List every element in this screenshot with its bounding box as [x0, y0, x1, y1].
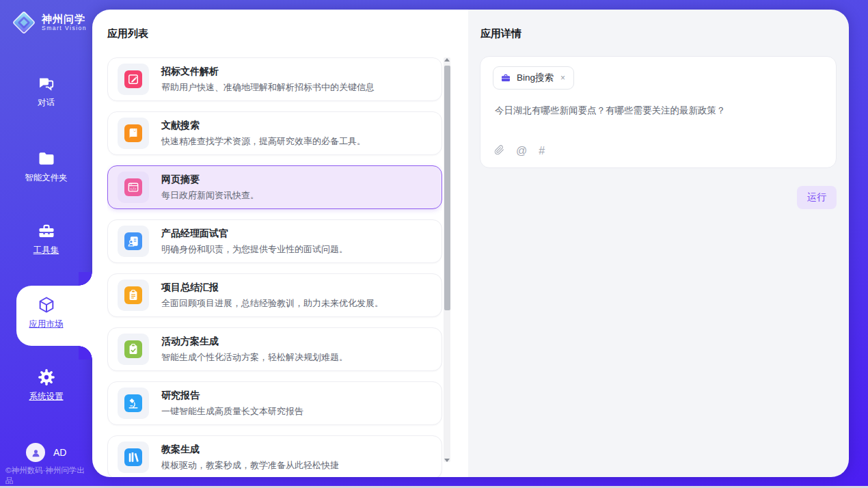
- app-name: 项目总结汇报: [161, 282, 383, 294]
- app-name: 网页摘要: [161, 174, 259, 186]
- clipboard-check-icon: [124, 340, 142, 358]
- brand-name: 神州问学: [42, 14, 87, 25]
- app-card-pm-interviewer[interactable]: 产品经理面试官 明确身份和职责，为您提供专业性的面试问题。: [107, 219, 442, 263]
- microscope-icon: [124, 394, 142, 412]
- app-name: 招标文件解析: [161, 66, 375, 78]
- sidebar-item-label: 工具集: [33, 245, 59, 256]
- run-button[interactable]: 运行: [797, 186, 837, 209]
- app-window: 神州问学 Smart Vision 对话 智能文件夹 工具集: [0, 0, 868, 488]
- app-name: 文献搜索: [161, 120, 366, 132]
- svg-text:</>: </>: [130, 187, 136, 191]
- app-list-panel: 应用列表 招标文件解析 帮助用户快速: [92, 10, 468, 477]
- app-desc: 明确身份和职责，为您提供专业性的面试问题。: [161, 243, 348, 256]
- app-icon-tile: [118, 442, 149, 473]
- avatar: [26, 443, 45, 462]
- app-card-list: 招标文件解析 帮助用户快速、准确地理解和解析招标书中的关键信息: [107, 57, 442, 477]
- books-icon: [124, 448, 142, 466]
- content-area: 应用列表 招标文件解析 帮助用户快速: [92, 10, 849, 477]
- app-card-web-summary[interactable]: </> 网页摘要 每日政府新闻资讯快查。: [107, 165, 442, 209]
- attachment-paperclip-icon[interactable]: [494, 144, 504, 158]
- sidebar-item-settings[interactable]: 系统设置: [0, 368, 92, 403]
- app-list-scrollbar[interactable]: [444, 57, 450, 462]
- composer-toolbar: @ #: [494, 144, 545, 158]
- diamond-logo-icon: [11, 10, 37, 36]
- app-detail-panel: 应用详情 Bing搜索 × 今日湖北有哪些新闻要点？有哪些需要关注的最新政策？: [468, 10, 849, 477]
- sidebar: 神州问学 Smart Vision 对话 智能文件夹 工具集: [0, 0, 92, 488]
- app-card-literature-search[interactable]: 文献搜索 快速精准查找学术资源，提高研究效率的必备工具。: [107, 111, 442, 155]
- brand-text: 神州问学 Smart Vision: [42, 14, 87, 32]
- gear-icon: [37, 368, 56, 387]
- app-icon-tile: </>: [118, 172, 149, 203]
- clipboard-icon: [124, 286, 142, 304]
- copyright-footer: ©神州数码·神州问学出品: [5, 465, 92, 486]
- sidebar-item-smart-folder[interactable]: 智能文件夹: [0, 149, 92, 184]
- user-name: AD: [53, 447, 66, 458]
- app-desc: 全面回顾项目进展，总结经验教训，助力未来优化发展。: [161, 297, 383, 310]
- app-card-tender-analysis[interactable]: 招标文件解析 帮助用户快速、准确地理解和解析招标书中的关键信息: [107, 57, 442, 101]
- toolbox-icon: [37, 221, 56, 241]
- sidebar-item-label: 应用市场: [29, 318, 64, 330]
- scroll-up-arrow-icon[interactable]: [444, 56, 450, 63]
- app-desc: 模板驱动，教案秒成，教学准备从此轻松快捷: [161, 459, 339, 472]
- query-input[interactable]: 今日湖北有哪些新闻要点？有哪些需要关注的最新政策？: [495, 105, 822, 117]
- folder-icon: [37, 149, 56, 168]
- app-name: 教案生成: [161, 444, 339, 456]
- scroll-down-arrow-icon[interactable]: [444, 457, 450, 463]
- app-desc: 快速精准查找学术资源，提高研究效率的必备工具。: [161, 135, 366, 148]
- user-account[interactable]: AD: [26, 443, 66, 462]
- app-card-project-summary[interactable]: 项目总结汇报 全面回顾项目进展，总结经验教训，助力未来优化发展。: [107, 273, 442, 317]
- hashtag-icon[interactable]: #: [539, 146, 545, 157]
- app-icon-tile: [118, 64, 149, 95]
- app-name: 研究报告: [161, 390, 303, 402]
- app-icon-tile: [118, 118, 149, 149]
- scrollbar-thumb[interactable]: [444, 66, 450, 310]
- app-icon-tile: [118, 334, 149, 365]
- sidebar-item-chat[interactable]: 对话: [0, 74, 92, 109]
- briefcase-icon: [500, 72, 511, 83]
- app-icon-tile: [118, 388, 149, 419]
- doc-edit-icon: [124, 70, 142, 88]
- app-detail-title: 应用详情: [480, 27, 521, 40]
- app-card-lesson-plan[interactable]: 教案生成 模板驱动，教案秒成，教学准备从此轻松快捷: [107, 435, 442, 477]
- mention-at-icon[interactable]: @: [516, 146, 527, 157]
- brand-subtitle: Smart Vision: [42, 25, 87, 31]
- cube-icon: [37, 295, 56, 314]
- book-icon: [124, 124, 142, 142]
- app-name: 活动方案生成: [161, 336, 348, 348]
- app-list-title: 应用列表: [107, 27, 148, 40]
- sidebar-item-label: 对话: [38, 97, 55, 109]
- app-desc: 每日政府新闻资讯快查。: [161, 189, 259, 202]
- tool-chip-bing-search[interactable]: Bing搜索 ×: [493, 66, 574, 90]
- prompt-card: Bing搜索 × 今日湖北有哪些新闻要点？有哪些需要关注的最新政策？ @ #: [480, 56, 837, 168]
- app-card-event-plan[interactable]: 活动方案生成 智能生成个性化活动方案，轻松解决规划难题。: [107, 327, 442, 371]
- app-desc: 帮助用户快速、准确地理解和解析招标书中的关键信息: [161, 81, 375, 94]
- interview-icon: [124, 232, 142, 250]
- app-desc: 一键智能生成高质量长文本研究报告: [161, 405, 303, 418]
- sidebar-item-label: 系统设置: [29, 391, 64, 403]
- sidebar-item-app-market[interactable]: 应用市场: [0, 295, 92, 330]
- app-desc: 智能生成个性化活动方案，轻松解决规划难题。: [161, 351, 348, 364]
- sidebar-item-label: 智能文件夹: [25, 172, 68, 184]
- tool-chip-label: Bing搜索: [517, 72, 554, 84]
- brand-logo: 神州问学 Smart Vision: [11, 10, 87, 36]
- app-icon-tile: [118, 280, 149, 311]
- browser-code-icon: </>: [124, 178, 142, 196]
- person-icon: [30, 447, 42, 459]
- sidebar-item-toolset[interactable]: 工具集: [0, 221, 92, 256]
- chat-icon: [37, 74, 56, 93]
- app-icon-tile: [118, 226, 149, 257]
- app-name: 产品经理面试官: [161, 228, 348, 240]
- app-card-research-report[interactable]: 研究报告 一键智能生成高质量长文本研究报告: [107, 381, 442, 425]
- chip-close-icon[interactable]: ×: [559, 73, 567, 83]
